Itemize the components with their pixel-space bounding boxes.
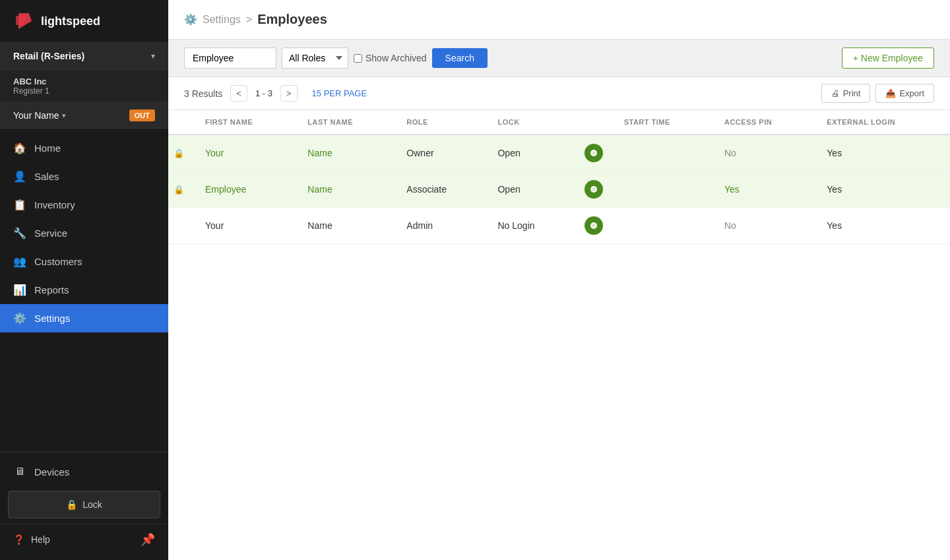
show-archived-text: Show Archived xyxy=(365,53,427,63)
row3-accesspin-value: No xyxy=(724,220,736,231)
employee-filter-input[interactable] xyxy=(184,47,276,69)
devices-icon: 🖥 xyxy=(13,466,26,478)
table-controls-bar: 3 Results < 1 - 3 > 15 PER PAGE 🖨 Print … xyxy=(168,77,950,110)
row3-externallogin: Yes xyxy=(816,208,950,244)
pin-icon: 📌 xyxy=(141,532,155,547)
store-chevron-icon: ▾ xyxy=(151,51,155,61)
lock-button[interactable]: 🔒 Lock xyxy=(8,491,160,518)
per-page-button[interactable]: 15 PER PAGE xyxy=(305,86,374,101)
user-chevron-icon: ▾ xyxy=(62,111,66,120)
row3-lock: No Login xyxy=(487,208,573,244)
sidebar-item-devices[interactable]: 🖥 Devices xyxy=(0,458,168,485)
row1-toggle[interactable] xyxy=(574,135,614,171)
toggle-inner-icon xyxy=(590,150,597,156)
show-archived-checkbox[interactable] xyxy=(354,54,362,63)
logo-text: lightspeed xyxy=(41,15,100,28)
col-externallogin-header: EXTERNAL LOGIN xyxy=(816,110,950,135)
toolbar: All Roles Owner Associate Admin Show Arc… xyxy=(168,40,950,77)
row2-lastname[interactable]: Name xyxy=(297,171,396,208)
row2-role: Associate xyxy=(396,171,487,208)
row3-starttime xyxy=(614,208,714,244)
sidebar-item-home-label: Home xyxy=(34,142,61,154)
sidebar-item-inventory-label: Inventory xyxy=(34,199,75,210)
toggle-inner-icon-2 xyxy=(590,186,597,193)
print-icon: 🖨 xyxy=(831,88,840,98)
row1-lastname-link[interactable]: Name xyxy=(307,148,332,158)
table-row[interactable]: Your Name Admin No Login No xyxy=(168,208,950,244)
show-archived-label[interactable]: Show Archived xyxy=(354,53,427,63)
row1-firstname-link[interactable]: Your xyxy=(205,148,224,158)
row3-lastname[interactable]: Name xyxy=(297,208,396,244)
breadcrumb-current: Employees xyxy=(257,12,327,27)
col-starttime-header: START TIME xyxy=(614,110,714,135)
search-button[interactable]: Search xyxy=(432,48,488,68)
row1-lastname[interactable]: Name xyxy=(297,135,396,171)
export-icon: 📤 xyxy=(885,88,896,98)
sidebar: lightspeed Retail (R-Series) ▾ ABC Inc R… xyxy=(0,0,168,560)
user-name-label: Your Name xyxy=(13,110,59,121)
row1-role: Owner xyxy=(396,135,487,171)
table-row[interactable]: 🔒 Employee Name Associate Open xyxy=(168,171,950,208)
sidebar-bottom: 🖥 Devices 🔒 Lock ❓ Help 📌 xyxy=(0,452,168,560)
results-count: 3 Results xyxy=(184,88,222,99)
lock-small-icon: 🔒 xyxy=(174,148,184,158)
sidebar-item-home[interactable]: 🏠 Home xyxy=(0,134,168,162)
row1-externallogin: Yes xyxy=(816,135,950,171)
lock-icon: 🔒 xyxy=(66,499,77,510)
lock-small-icon-2: 🔒 xyxy=(174,185,184,195)
sidebar-item-reports[interactable]: 📊 Reports xyxy=(0,276,168,304)
row2-firstname[interactable]: Employee xyxy=(195,171,297,208)
print-button[interactable]: 🖨 Print xyxy=(821,84,871,103)
sidebar-item-customers-label: Customers xyxy=(34,256,82,267)
sidebar-store-selector[interactable]: Retail (R-Series) ▾ xyxy=(0,43,168,70)
row3-accesspin: No xyxy=(714,208,816,244)
export-button[interactable]: 📤 Export xyxy=(875,84,934,103)
reports-icon: 📊 xyxy=(13,284,26,296)
out-badge[interactable]: OUT xyxy=(129,109,155,121)
page-next-button[interactable]: > xyxy=(280,85,298,102)
role-filter-select[interactable]: All Roles Owner Associate Admin xyxy=(282,47,348,69)
new-employee-button[interactable]: + New Employee xyxy=(842,47,934,69)
customers-icon: 👥 xyxy=(13,255,26,268)
row3-toggle[interactable] xyxy=(574,208,614,244)
sidebar-item-inventory[interactable]: 📋 Inventory xyxy=(0,191,168,219)
row2-toggle-button[interactable] xyxy=(585,180,603,199)
page-range: 1 - 3 xyxy=(250,86,278,101)
row3-lock-cell xyxy=(168,208,195,244)
row3-toggle-button[interactable] xyxy=(585,216,603,235)
sidebar-item-customers[interactable]: 👥 Customers xyxy=(0,247,168,276)
breadcrumb-separator: > xyxy=(246,14,252,26)
sidebar-item-settings-label: Settings xyxy=(34,313,70,324)
row3-firstname[interactable]: Your xyxy=(195,208,297,244)
row2-accesspin-value: Yes xyxy=(724,184,740,195)
table-row[interactable]: 🔒 Your Name Owner Open xyxy=(168,135,950,171)
row2-toggle[interactable] xyxy=(574,171,614,208)
sidebar-item-sales[interactable]: 👤 Sales xyxy=(0,162,168,191)
sidebar-item-settings[interactable]: ⚙️ Settings xyxy=(0,304,168,332)
sidebar-item-reports-label: Reports xyxy=(34,284,69,296)
employee-table: FIRST NAME LAST NAME ROLE LOCK START TIM… xyxy=(168,110,950,560)
company-name: ABC Inc xyxy=(13,77,155,86)
col-lock-header xyxy=(168,110,195,135)
col-firstname-header: FIRST NAME xyxy=(195,110,297,135)
help-item[interactable]: ❓ Help 📌 xyxy=(0,524,168,555)
help-label: Help xyxy=(31,534,50,545)
row1-toggle-button[interactable] xyxy=(585,144,603,162)
row1-lock-cell: 🔒 xyxy=(168,135,195,171)
page-header: ⚙️ Settings > Employees xyxy=(168,0,950,40)
user-name-button[interactable]: Your Name ▾ xyxy=(13,110,66,121)
sales-icon: 👤 xyxy=(13,170,26,183)
row1-accesspin: No xyxy=(714,135,816,171)
row1-firstname[interactable]: Your xyxy=(195,135,297,171)
row2-firstname-link[interactable]: Employee xyxy=(205,184,246,195)
sidebar-item-service-label: Service xyxy=(34,228,67,239)
main-content: ⚙️ Settings > Employees All Roles Owner … xyxy=(168,0,950,560)
page-prev-button[interactable]: < xyxy=(230,85,247,102)
toggle-inner-icon-3 xyxy=(590,222,597,229)
export-label: Export xyxy=(899,88,924,98)
breadcrumb-settings[interactable]: Settings xyxy=(203,14,241,26)
print-label: Print xyxy=(843,88,861,98)
sidebar-item-service[interactable]: 🔧 Service xyxy=(0,219,168,247)
row2-starttime xyxy=(614,171,714,208)
row2-lastname-link[interactable]: Name xyxy=(307,184,332,195)
